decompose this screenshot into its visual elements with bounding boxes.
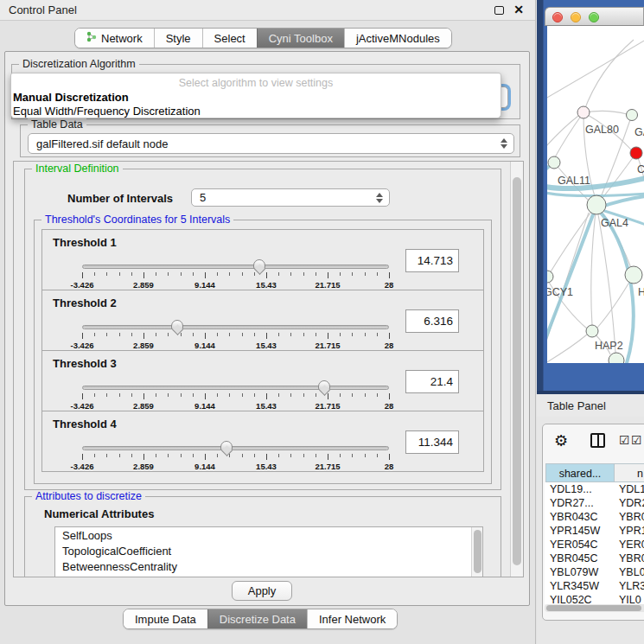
network-node-GAL-partial[interactable] <box>627 110 638 121</box>
table-row[interactable]: YLR345WYLR3 <box>545 579 644 593</box>
slider-thumb[interactable] <box>220 441 233 451</box>
column-header-name[interactable]: n <box>615 463 644 482</box>
slider-track[interactable] <box>82 446 389 450</box>
tick-mark <box>143 393 144 399</box>
table-row[interactable]: YDR27...YDR2 <box>545 496 644 510</box>
threshold-value-field[interactable]: 14.713 <box>405 249 459 272</box>
checked-box-icon[interactable]: ☑ <box>631 433 642 447</box>
threshold-slider-2[interactable]: -3.4262.8599.14415.4321.71528 <box>82 325 389 348</box>
table-row[interactable]: YIL052CYIL0 <box>545 593 644 604</box>
threshold-slider-3[interactable]: -3.4262.8599.14415.4321.71528 <box>82 386 389 408</box>
tick-mark <box>303 272 304 276</box>
network-node-GCY1[interactable] <box>547 271 553 283</box>
table-row[interactable]: YPR145WYPR1 <box>545 524 644 538</box>
numerical-attributes-list[interactable]: SelfLoopsTopologicalCoefficientBetweenne… <box>54 526 483 577</box>
slider-track[interactable] <box>82 325 389 329</box>
threshold-slider-1[interactable]: -3.4262.8599.14415.4321.71528 <box>82 265 389 287</box>
float-window-icon[interactable] <box>494 6 504 15</box>
list-item[interactable]: SelfLoops <box>55 527 482 543</box>
network-node-GAL4[interactable] <box>587 195 606 214</box>
tick-mark <box>94 333 95 336</box>
tick-mark <box>106 272 107 276</box>
list-item[interactable]: BetweennessCentrality <box>55 558 482 574</box>
tick-mark <box>290 454 291 457</box>
tick-label: 15.43 <box>256 280 277 290</box>
tab-infer-network[interactable]: Infer Network <box>307 609 397 628</box>
zoom-traffic-light-icon[interactable] <box>589 12 599 22</box>
network-canvas[interactable]: GAL80GACGAL11GAL4GCY1HHAP2 <box>547 26 644 363</box>
dropdown-option-equal-width[interactable]: Equal Width/Frequency Discretization <box>13 105 201 118</box>
minimize-traffic-light-icon[interactable] <box>571 12 581 22</box>
threshold-value-field[interactable]: 6.316 <box>405 309 459 333</box>
network-node-GAL11[interactable] <box>548 156 560 169</box>
table-row[interactable]: YBR045CYBR0 <box>545 552 644 565</box>
horizontal-scrollbar[interactable] <box>545 604 644 612</box>
table-row[interactable]: YER054CYER0 <box>545 538 644 552</box>
tick-mark <box>303 333 304 336</box>
list-scrollbar[interactable] <box>471 527 482 577</box>
close-icon[interactable]: ✕ <box>513 3 524 16</box>
column-header-shared-name[interactable]: shared... <box>545 463 615 482</box>
slider-tick-labels: -3.4262.8599.14415.4321.71528 <box>82 341 389 350</box>
gear-icon[interactable]: ⚙ <box>554 431 568 450</box>
network-node-red-node[interactable] <box>630 147 642 159</box>
apply-button[interactable]: Apply <box>232 581 292 601</box>
tick-mark <box>266 454 267 460</box>
tick-mark <box>156 393 156 397</box>
window-title: Control Panel <box>9 3 77 16</box>
table-row[interactable]: YBL079WYBL0 <box>545 565 644 579</box>
tab-cyni-toolbox[interactable]: Cyni Toolbox <box>257 29 344 48</box>
slider-track[interactable] <box>82 386 389 390</box>
cell-name: YBL0 <box>619 566 644 578</box>
network-node-GAL80[interactable] <box>577 106 590 118</box>
checked-box-icon[interactable]: ☑ <box>619 433 630 447</box>
network-node-bottom-node[interactable] <box>609 353 624 363</box>
tick-mark <box>290 333 291 336</box>
network-graph[interactable]: GAL80GACGAL11GAL4GCY1HHAP2 <box>547 26 644 363</box>
tab-impute-data[interactable]: Impute Data <box>124 609 207 628</box>
tab-select[interactable]: Select <box>202 29 257 48</box>
cell-shared-name: YBR043C <box>550 511 598 523</box>
slider-thumb[interactable] <box>318 380 330 391</box>
tab-style[interactable]: Style <box>154 29 202 48</box>
tick-mark <box>377 333 378 336</box>
threshold-value-field[interactable]: 21.4 <box>405 370 459 393</box>
tick-mark <box>254 333 255 336</box>
threshold-value-field[interactable]: 11.344 <box>405 430 459 454</box>
tick-mark <box>119 333 120 336</box>
slider-thumb[interactable] <box>253 259 265 270</box>
threshold-slider-4[interactable]: -3.4262.8599.14415.4321.71528 <box>82 446 389 469</box>
table-row[interactable]: YDL19...YDL1 <box>545 482 644 496</box>
scrollbar-thumb[interactable] <box>513 177 521 565</box>
tab-jactivemnodules[interactable]: jActiveMNodules <box>344 29 451 48</box>
tick-mark <box>82 454 83 460</box>
dropdown-option-manual[interactable]: Manual Discretization <box>13 91 129 104</box>
close-traffic-light-icon[interactable] <box>552 12 563 22</box>
scrollbar-thumb[interactable] <box>546 605 641 611</box>
node-label-GAL11: GAL11 <box>558 175 590 187</box>
tick-mark <box>106 393 107 397</box>
tab-network[interactable]: Network <box>75 29 154 48</box>
cell-shared-name: YIL052C <box>550 594 592 604</box>
network-node-H-partial[interactable] <box>625 266 642 284</box>
tick-mark <box>242 393 243 397</box>
network-edge <box>591 205 596 325</box>
scrollbar-thumb[interactable] <box>474 530 481 573</box>
columns-icon[interactable] <box>590 433 605 448</box>
cell-name: YBR0 <box>619 552 644 564</box>
slider-thumb[interactable] <box>171 320 183 330</box>
tick-mark <box>377 393 378 397</box>
num-intervals-combo[interactable]: 5 <box>191 188 390 207</box>
table-row[interactable]: YBR043CYBR0 <box>545 510 644 524</box>
list-item[interactable]: TopologicalCoefficient <box>55 543 482 558</box>
vertical-scrollbar[interactable] <box>510 162 523 577</box>
node-label-GAL4: GAL4 <box>601 217 628 229</box>
tick-mark <box>205 272 206 278</box>
slider-track[interactable] <box>82 265 389 269</box>
table-data-combo[interactable]: galFiltered.sif default node <box>28 133 514 154</box>
tick-mark <box>365 454 366 457</box>
tab-discretize-data[interactable]: Discretize Data <box>207 609 307 628</box>
tick-mark <box>229 333 230 336</box>
network-node-HAP2[interactable] <box>586 325 598 337</box>
table-header-row: shared... n <box>545 463 644 482</box>
